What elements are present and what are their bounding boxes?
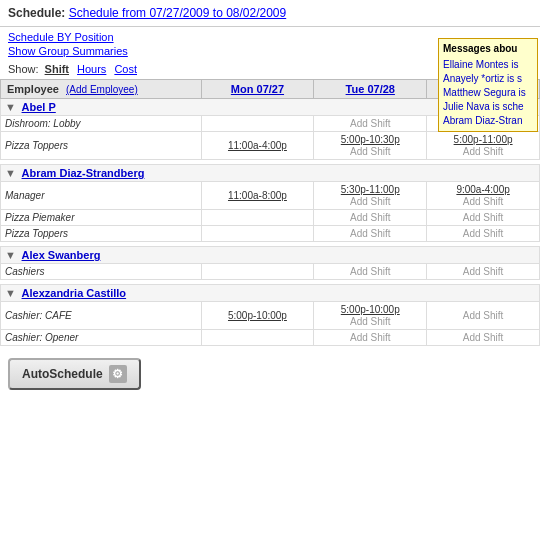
wed-cell: 5:00p-11:00p Add Shift — [427, 132, 540, 160]
employee-row-1: ▼ Abram Diaz-Strandberg — [1, 165, 540, 182]
add-shift[interactable]: Add Shift — [350, 196, 391, 207]
messages-panel: Messages abou Ellaine Montes is Anayely … — [438, 38, 538, 132]
employee-name[interactable]: Alex Swanberg — [22, 249, 101, 261]
show-cost-btn[interactable]: Cost — [112, 63, 139, 75]
msg-item-4: Julie Nava is sche — [443, 100, 533, 114]
schedule-header: Schedule: Schedule from 07/27/2009 to 08… — [0, 0, 540, 27]
position-name: Pizza Piemaker — [1, 210, 202, 226]
mon-cell — [201, 226, 314, 242]
autoschedule-label: AutoSchedule — [22, 367, 103, 381]
show-shift-btn[interactable]: Shift — [43, 63, 71, 75]
add-shift[interactable]: Add Shift — [463, 310, 504, 321]
position-row: Cashier: CAFE 5:00p-10:00p 5:00p-10:00p … — [1, 302, 540, 330]
mon-cell — [201, 330, 314, 346]
msg-item-1: Ellaine Montes is — [443, 58, 533, 72]
schedule-link[interactable]: Schedule from 07/27/2009 to 08/02/2009 — [69, 6, 287, 20]
add-shift[interactable]: Add Shift — [350, 316, 391, 327]
wed-cell: Add Shift — [427, 264, 540, 280]
tue-cell: Add Shift — [314, 116, 427, 132]
add-shift[interactable]: Add Shift — [350, 118, 391, 129]
employee-name[interactable]: Abel P — [22, 101, 56, 113]
shift-link[interactable]: 5:00p-10:00p — [341, 304, 400, 315]
position-name: Dishroom: Lobby — [1, 116, 202, 132]
position-name: Manager — [1, 182, 202, 210]
mon-cell: 5:00p-10:00p — [201, 302, 314, 330]
add-shift[interactable]: Add Shift — [350, 228, 391, 239]
position-row: Cashier: Opener Add Shift Add Shift — [1, 330, 540, 346]
shift-link[interactable]: 11:00a-8:00p — [228, 190, 287, 201]
wed-cell: Add Shift — [427, 226, 540, 242]
add-shift[interactable]: Add Shift — [463, 228, 504, 239]
schedule-label: Schedule: — [8, 6, 65, 20]
employee-col-header: Employee (Add Employee) — [1, 80, 202, 99]
employee-row-3: ▼ Alexzandria Castillo — [1, 285, 540, 302]
position-row: Pizza Toppers Add Shift Add Shift — [1, 226, 540, 242]
shift-link[interactable]: 5:00p-11:00p — [454, 134, 513, 145]
tue-col-header[interactable]: Tue 07/28 — [314, 80, 427, 99]
wed-cell: Add Shift — [427, 302, 540, 330]
position-name: Pizza Toppers — [1, 226, 202, 242]
position-name: Pizza Toppers — [1, 132, 202, 160]
mon-cell — [201, 116, 314, 132]
gear-icon: ⚙ — [109, 365, 127, 383]
autoschedule-bar: AutoSchedule ⚙ — [0, 350, 540, 398]
add-shift[interactable]: Add Shift — [463, 146, 504, 157]
shift-link[interactable]: 5:00p-10:00p — [228, 310, 287, 321]
show-group-link[interactable]: Show Group Summaries — [8, 45, 128, 57]
add-employee-link[interactable]: (Add Employee) — [66, 84, 138, 95]
by-position-link[interactable]: Schedule BY Position — [8, 31, 114, 43]
position-row: Pizza Piemaker Add Shift Add Shift — [1, 210, 540, 226]
add-shift[interactable]: Add Shift — [463, 212, 504, 223]
show-hours-btn[interactable]: Hours — [75, 63, 108, 75]
shift-link[interactable]: 11:00a-4:00p — [228, 140, 287, 151]
tue-cell: Add Shift — [314, 264, 427, 280]
employee-name[interactable]: Abram Diaz-Strandberg — [22, 167, 145, 179]
collapse-icon[interactable]: ▼ — [5, 287, 16, 299]
mon-col-header[interactable]: Mon 07/27 — [201, 80, 314, 99]
position-name: Cashiers — [1, 264, 202, 280]
messages-title: Messages abou — [443, 42, 533, 56]
collapse-icon[interactable]: ▼ — [5, 167, 16, 179]
collapse-icon[interactable]: ▼ — [5, 249, 16, 261]
tue-cell: 5:00p-10:30p Add Shift — [314, 132, 427, 160]
tue-cell: 5:00p-10:00p Add Shift — [314, 302, 427, 330]
wed-cell: 9:00a-4:00p Add Shift — [427, 182, 540, 210]
add-shift[interactable]: Add Shift — [463, 266, 504, 277]
msg-item-5: Abram Diaz-Stran — [443, 114, 533, 128]
position-name: Cashier: CAFE — [1, 302, 202, 330]
shift-link[interactable]: 5:00p-10:30p — [341, 134, 400, 145]
add-shift[interactable]: Add Shift — [350, 146, 391, 157]
mon-cell: 11:00a-8:00p — [201, 182, 314, 210]
msg-item-2: Anayely *ortiz is s — [443, 72, 533, 86]
mon-cell — [201, 210, 314, 226]
add-shift[interactable]: Add Shift — [463, 196, 504, 207]
wed-cell: Add Shift — [427, 330, 540, 346]
add-shift[interactable]: Add Shift — [350, 212, 391, 223]
shift-link[interactable]: 5:30p-11:00p — [341, 184, 400, 195]
show-label: Show: — [8, 63, 39, 75]
mon-cell: 11:00a-4:00p — [201, 132, 314, 160]
collapse-icon[interactable]: ▼ — [5, 101, 16, 113]
add-shift[interactable]: Add Shift — [350, 332, 391, 343]
position-row: Cashiers Add Shift Add Shift — [1, 264, 540, 280]
position-row: Manager 11:00a-8:00p 5:30p-11:00p Add Sh… — [1, 182, 540, 210]
wed-cell: Add Shift — [427, 210, 540, 226]
position-row: Pizza Toppers 11:00a-4:00p 5:00p-10:30p … — [1, 132, 540, 160]
tue-cell: Add Shift — [314, 210, 427, 226]
position-name: Cashier: Opener — [1, 330, 202, 346]
mon-cell — [201, 264, 314, 280]
employee-name[interactable]: Alexzandria Castillo — [22, 287, 127, 299]
tue-cell: Add Shift — [314, 330, 427, 346]
msg-item-3: Matthew Segura is — [443, 86, 533, 100]
autoschedule-button[interactable]: AutoSchedule ⚙ — [8, 358, 141, 390]
employee-row-2: ▼ Alex Swanberg — [1, 247, 540, 264]
tue-cell: Add Shift — [314, 226, 427, 242]
tue-cell: 5:30p-11:00p Add Shift — [314, 182, 427, 210]
shift-link[interactable]: 9:00a-4:00p — [456, 184, 509, 195]
add-shift[interactable]: Add Shift — [350, 266, 391, 277]
add-shift[interactable]: Add Shift — [463, 332, 504, 343]
